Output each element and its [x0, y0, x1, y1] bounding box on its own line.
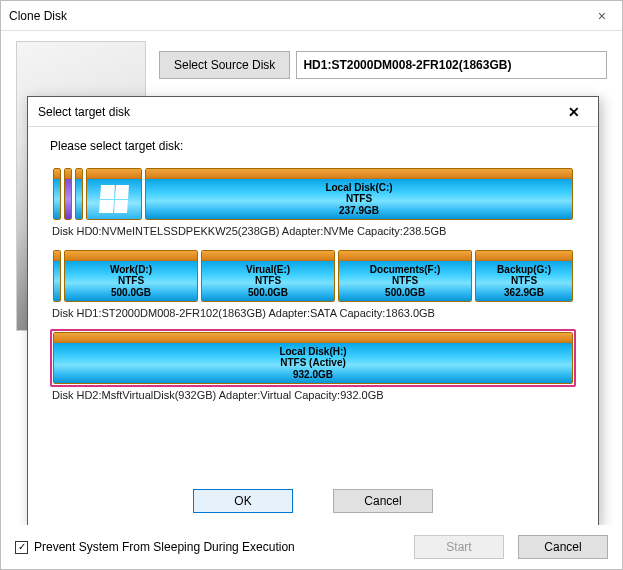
reserved-partition — [53, 250, 61, 302]
partition-fs: NTFS — [392, 275, 418, 287]
partition-size: 500.0GB — [385, 287, 425, 299]
dialog-close-icon[interactable]: ✕ — [560, 104, 588, 120]
partition-size: 932.0GB — [293, 369, 333, 381]
reserved-partition — [64, 168, 72, 220]
partition-label: Local Disk(H:) — [279, 346, 346, 358]
partition-fs: NTFS (Active) — [280, 357, 346, 369]
windows-icon — [99, 185, 129, 213]
partition-c: Local Disk(C:) NTFS 237.9GB — [145, 168, 573, 220]
partition-size: 500.0GB — [111, 287, 151, 299]
cancel-button[interactable]: Cancel — [333, 489, 433, 513]
disk-block-hd2: Local Disk(H:) NTFS (Active) 932.0GB Dis… — [50, 329, 576, 401]
dialog-button-row: OK Cancel — [28, 483, 598, 525]
footer-buttons: Start Cancel — [414, 535, 608, 559]
select-source-disk-button[interactable]: Select Source Disk — [159, 51, 290, 79]
partition-fs: NTFS — [118, 275, 144, 287]
prevent-sleep-checkbox[interactable]: ✓ Prevent System From Sleeping During Ex… — [15, 540, 295, 554]
select-target-disk-dialog: Select target disk ✕ Please select targe… — [27, 96, 599, 526]
disk-block-hd1: Work(D:) NTFS 500.0GB Virual(E:) NTFS 50… — [50, 247, 576, 319]
partition-label: Local Disk(C:) — [325, 182, 392, 194]
partition-f: Documents(F:) NTFS 500.0GB — [338, 250, 472, 302]
partition-label: Virual(E:) — [246, 264, 290, 276]
dialog-body: Please select target disk: Local Disk(C:… — [28, 127, 598, 483]
partition-label: Documents(F:) — [370, 264, 441, 276]
checkbox-icon: ✓ — [15, 541, 28, 554]
partition-e: Virual(E:) NTFS 500.0GB — [201, 250, 335, 302]
partition-h: Local Disk(H:) NTFS (Active) 932.0GB — [53, 332, 573, 384]
source-disk-value: HD1:ST2000DM008-2FR102(1863GB) — [296, 51, 607, 79]
partition-g: Backup(G:) NTFS 362.9GB — [475, 250, 573, 302]
disk-info-hd1: Disk HD1:ST2000DM008-2FR102(1863GB) Adap… — [50, 307, 576, 319]
source-row: Select Source Disk HD1:ST2000DM008-2FR10… — [159, 51, 607, 79]
disk-row-hd0[interactable]: Local Disk(C:) NTFS 237.9GB — [50, 165, 576, 223]
disk-block-hd0: Local Disk(C:) NTFS 237.9GB Disk HD0:NVM… — [50, 165, 576, 237]
parent-title: Clone Disk — [9, 9, 67, 23]
parent-titlebar: Clone Disk × — [1, 1, 622, 31]
dialog-title: Select target disk — [38, 105, 130, 119]
partition-fs: NTFS — [511, 275, 537, 287]
partition-size: 500.0GB — [248, 287, 288, 299]
partition-size: 362.9GB — [504, 287, 544, 299]
footer: ✓ Prevent System From Sleeping During Ex… — [1, 525, 622, 569]
disk-row-hd2[interactable]: Local Disk(H:) NTFS (Active) 932.0GB — [50, 329, 576, 387]
partition-fs: NTFS — [346, 193, 372, 205]
partition-size: 237.9GB — [339, 205, 379, 217]
reserved-partition — [75, 168, 83, 220]
start-button: Start — [414, 535, 504, 559]
partition-d: Work(D:) NTFS 500.0GB — [64, 250, 198, 302]
dialog-prompt: Please select target disk: — [50, 139, 576, 153]
disk-info-hd0: Disk HD0:NVMeINTELSSDPEKKW25(238GB) Adap… — [50, 225, 576, 237]
disk-row-hd1[interactable]: Work(D:) NTFS 500.0GB Virual(E:) NTFS 50… — [50, 247, 576, 305]
prevent-sleep-label: Prevent System From Sleeping During Exec… — [34, 540, 295, 554]
dialog-titlebar: Select target disk ✕ — [28, 97, 598, 127]
disk-info-hd2: Disk HD2:MsftVirtualDisk(932GB) Adapter:… — [50, 389, 576, 401]
parent-body: Select Source Disk HD1:ST2000DM008-2FR10… — [1, 31, 622, 569]
ok-button[interactable]: OK — [193, 489, 293, 513]
system-partition-icon — [86, 168, 142, 220]
parent-close-icon[interactable]: × — [590, 8, 614, 24]
footer-cancel-button[interactable]: Cancel — [518, 535, 608, 559]
partition-label: Work(D:) — [110, 264, 152, 276]
partition-fs: NTFS — [255, 275, 281, 287]
reserved-partition — [53, 168, 61, 220]
partition-label: Backup(G:) — [497, 264, 551, 276]
